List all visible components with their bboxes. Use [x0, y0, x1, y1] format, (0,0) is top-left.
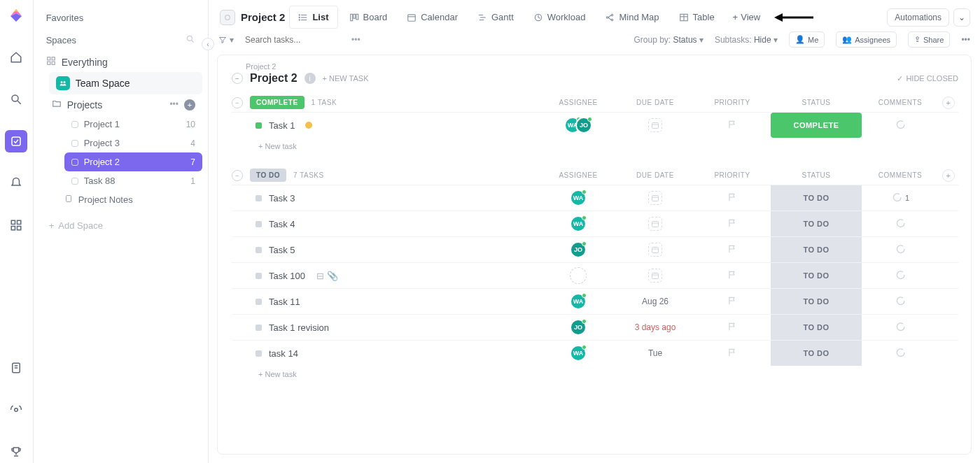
new-task-button[interactable]: + New task — [232, 138, 958, 152]
task-name[interactable]: Task 1 — [269, 120, 295, 131]
me-filter-button[interactable]: 👤Me — [789, 31, 825, 48]
add-column-button[interactable]: + — [942, 97, 955, 109]
status-cell[interactable]: COMPLETE — [771, 113, 862, 138]
group-status-pill[interactable]: COMPLETE — [250, 96, 304, 109]
search-space-icon[interactable] — [186, 34, 195, 46]
priority-flag[interactable] — [727, 192, 737, 204]
assignee-cell[interactable]: JO — [570, 319, 587, 336]
task-status-square[interactable] — [255, 195, 262, 201]
comments-icon[interactable] — [895, 218, 906, 231]
priority-flag[interactable] — [727, 218, 737, 230]
task-name[interactable]: Task 11 — [269, 297, 300, 307]
collapse-group-button[interactable]: − — [232, 170, 243, 181]
add-view-button[interactable]: + View — [726, 6, 768, 28]
group-status-pill[interactable]: TO DO — [250, 169, 286, 182]
sidebar-favorites[interactable]: Favorites — [39, 7, 202, 29]
view-tab-calendar[interactable]: Calendar — [398, 6, 466, 28]
app-logo[interactable] — [8, 7, 24, 27]
comments-icon[interactable] — [895, 119, 906, 132]
assignee-cell[interactable]: WA — [570, 293, 587, 310]
task-row[interactable]: Task 11 WA Aug 26 TO DO — [232, 288, 958, 314]
assignee-avatar[interactable]: JO — [570, 241, 587, 258]
assignee-avatar[interactable]: WA — [570, 190, 587, 206]
comments-icon[interactable] — [895, 347, 906, 360]
priority-flag[interactable] — [727, 244, 737, 256]
comments-icon[interactable] — [891, 192, 902, 205]
status-cell[interactable]: TO DO — [771, 211, 862, 236]
filter-button[interactable]: ▾ — [218, 35, 234, 45]
info-icon[interactable]: i — [304, 73, 316, 84]
status-cell[interactable]: TO DO — [771, 237, 862, 262]
sidebar-team-space[interactable]: Team Space — [49, 72, 202, 94]
due-date[interactable]: Tue — [648, 348, 662, 358]
notifications-icon[interactable] — [5, 172, 27, 194]
priority-flag[interactable] — [727, 270, 737, 282]
share-button[interactable]: ⇪Share — [908, 31, 950, 48]
priority-flag[interactable] — [727, 296, 737, 308]
panel-breadcrumb[interactable]: Project 2 — [232, 62, 958, 71]
task-status-square[interactable] — [255, 299, 262, 305]
task-row[interactable]: Task 4 WA TO DO — [232, 211, 958, 236]
task-name[interactable]: Task 5 — [269, 245, 295, 255]
due-date-empty[interactable] — [648, 243, 662, 257]
assignee-avatar[interactable]: WA — [570, 215, 587, 232]
task-row[interactable]: Task 5 JO TO DO — [232, 236, 958, 262]
view-tab-mindmap[interactable]: Mind Map — [596, 6, 667, 28]
task-row[interactable]: Task 100 ⊟📎 TO DO — [232, 262, 958, 288]
group-by-control[interactable]: Group by: Status ▾ — [634, 35, 703, 45]
assignee-avatar[interactable]: WA — [570, 293, 587, 310]
priority-flag[interactable] — [727, 348, 737, 359]
sidebar-project-item[interactable]: Project 110 — [64, 115, 202, 134]
assignee-avatar[interactable]: JO — [575, 117, 592, 134]
more-icon[interactable]: ••• — [169, 99, 178, 111]
add-space-button[interactable]: + Add Space — [39, 216, 202, 235]
sidebar-project-item[interactable]: Project 34 — [64, 134, 202, 152]
subtask-icon[interactable]: ⊟ — [316, 271, 324, 281]
add-icon[interactable]: + — [184, 99, 195, 111]
task-name[interactable]: Task 100 — [269, 271, 305, 281]
view-tab-workload[interactable]: Workload — [525, 6, 594, 28]
task-row[interactable]: Task 1 WAJO COMPLETE — [232, 112, 958, 138]
status-cell[interactable]: TO DO — [771, 289, 862, 314]
apps-icon[interactable] — [5, 214, 27, 236]
task-name[interactable]: Task 3 — [269, 193, 295, 204]
priority-flag[interactable] — [727, 322, 737, 334]
status-cell[interactable]: TO DO — [771, 341, 862, 366]
due-date[interactable]: 3 days ago — [635, 322, 676, 332]
search-icon[interactable] — [5, 88, 27, 111]
record-icon[interactable] — [5, 399, 27, 421]
task-name[interactable]: task 14 — [269, 348, 298, 359]
status-cell[interactable]: TO DO — [771, 263, 862, 288]
location-crumb[interactable]: Project 2 — [218, 7, 286, 28]
task-row[interactable]: Task 3 WA TO DO 1 — [232, 185, 958, 211]
assignee-cell[interactable]: WA — [570, 215, 587, 232]
assignees-button[interactable]: 👥Assignees — [836, 31, 897, 48]
due-date-empty[interactable] — [648, 118, 662, 132]
assignee-cell[interactable]: WA — [570, 190, 587, 206]
new-task-header-button[interactable]: + NEW TASK — [323, 74, 369, 83]
priority-flag[interactable] — [727, 120, 737, 131]
new-task-button[interactable]: + New task — [232, 366, 958, 380]
status-cell[interactable]: TO DO — [771, 315, 862, 340]
task-status-square[interactable] — [255, 247, 262, 253]
automations-dropdown[interactable]: ⌄ — [953, 8, 970, 27]
subtasks-control[interactable]: Subtasks: Hide ▾ — [715, 35, 778, 45]
assignee-avatar[interactable] — [570, 267, 587, 284]
sidebar-project-item[interactable]: Task 881 — [64, 171, 202, 190]
assignee-cell[interactable]: JO — [570, 241, 587, 258]
task-row[interactable]: task 14 WA Tue TO DO — [232, 340, 958, 366]
sidebar-project-item[interactable]: Project 27 — [64, 152, 202, 171]
search-tasks-input[interactable] — [244, 34, 342, 45]
assignee-cell[interactable] — [570, 267, 587, 284]
projects-actions[interactable]: ••• + — [169, 99, 195, 111]
task-status-square[interactable] — [255, 350, 262, 357]
task-status-square[interactable] — [255, 273, 262, 279]
task-status-square[interactable] — [255, 122, 262, 129]
automations-button[interactable]: Automations — [887, 8, 949, 27]
sidebar-projects-folder[interactable]: Projects ••• + — [45, 94, 202, 115]
task-status-square[interactable] — [255, 325, 262, 331]
docs-icon[interactable] — [5, 357, 27, 379]
view-tab-gantt[interactable]: Gantt — [469, 6, 522, 28]
sidebar-project-notes[interactable]: Project Notes — [57, 190, 202, 209]
view-tab-table[interactable]: Table — [671, 6, 723, 28]
